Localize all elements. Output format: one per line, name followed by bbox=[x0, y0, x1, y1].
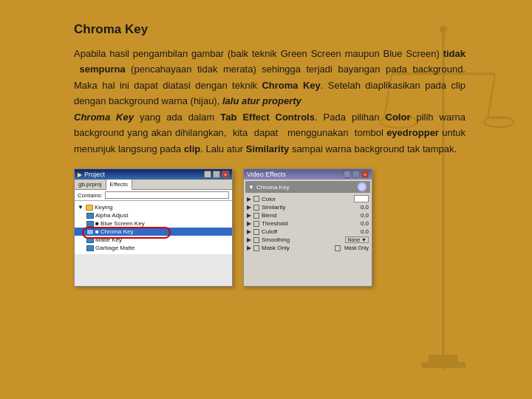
maximize-btn[interactable]: □ bbox=[213, 171, 220, 178]
tab-effects[interactable]: Effects bbox=[106, 180, 132, 190]
chroma-key-ref1: Chroma Key bbox=[262, 80, 320, 91]
effect-icon bbox=[86, 237, 94, 243]
list-item[interactable]: ▼ Keying bbox=[75, 203, 232, 211]
cutoff-value: 0.0 bbox=[348, 228, 369, 235]
vfx-row-cutoff: ▶ Cutoff 0.0 bbox=[245, 228, 370, 236]
row-arrow: ▶ bbox=[247, 220, 251, 227]
list-item[interactable]: Garbage Matte bbox=[75, 244, 232, 252]
effect-icon bbox=[86, 213, 94, 219]
screenshots-row: ▶ Project _ □ × gb.prproj Effects Contai… bbox=[74, 168, 502, 287]
row-arrow: ▶ bbox=[247, 236, 251, 243]
window-controls: _ □ × bbox=[204, 171, 229, 178]
list-item[interactable]: ■ Blue Screen Key bbox=[75, 219, 232, 228]
threshold-value: 0.0 bbox=[348, 220, 369, 227]
tab-project[interactable]: gb.prproj bbox=[75, 180, 106, 189]
row-arrow: ▶ bbox=[247, 204, 251, 211]
similarity-checkbox[interactable] bbox=[253, 205, 259, 211]
mask-only-label: Mask Only bbox=[262, 245, 332, 251]
similarity-ref: Similarity bbox=[246, 143, 290, 154]
keying-label: Keying bbox=[95, 204, 112, 211]
smoothing-label: Smoothing bbox=[262, 236, 343, 243]
color-swatch[interactable] bbox=[354, 195, 369, 202]
cutoff-checkbox[interactable] bbox=[253, 229, 259, 235]
color-ref: Color bbox=[386, 112, 411, 123]
matte-key-label: Matte Key bbox=[95, 236, 122, 243]
expand-icon: ▼ bbox=[78, 204, 83, 211]
mask-only-checkbox[interactable] bbox=[253, 245, 259, 251]
list-item[interactable]: Matte Key bbox=[75, 236, 232, 244]
tidak-sempurna: tidak sempurna bbox=[74, 48, 466, 75]
vfx-content: ▼ Chroma Key ⊙ ▶ Color ▶ Similarity bbox=[244, 180, 372, 253]
search-bar: Contains: bbox=[75, 190, 232, 201]
vfx-row-mask-only: ▶ Mask Only Mask Only bbox=[245, 244, 370, 252]
cutoff-label: Cutoff bbox=[262, 228, 346, 235]
vfx-section-chroma-key: ▼ Chroma Key ⊙ bbox=[245, 181, 370, 193]
similarity-value: 0.0 bbox=[348, 204, 369, 211]
effect-icon bbox=[86, 229, 94, 235]
color-label: Color bbox=[262, 196, 352, 202]
mask-only-value: Mask Only bbox=[344, 245, 369, 250]
threshold-checkbox[interactable] bbox=[253, 221, 259, 227]
vfx-row-threshold: ▶ Threshold 0.0 bbox=[245, 219, 370, 228]
project-icon: ▶ bbox=[78, 171, 82, 178]
vfx-header: Video Effects _ □ × bbox=[244, 169, 372, 180]
project-panel-screenshot: ▶ Project _ □ × gb.prproj Effects Contai… bbox=[74, 168, 233, 287]
similarity-label: Similarity bbox=[262, 204, 346, 211]
section-label: Chroma Key bbox=[256, 184, 289, 191]
blend-checkbox[interactable] bbox=[253, 213, 259, 219]
vfx-row-color: ▶ Color bbox=[245, 194, 370, 203]
close-btn[interactable]: × bbox=[222, 171, 229, 178]
svg-rect-9 bbox=[421, 362, 466, 368]
mask-only-toggle[interactable] bbox=[335, 245, 341, 251]
row-arrow: ▶ bbox=[247, 228, 251, 235]
vfx-maximize[interactable]: □ bbox=[352, 171, 360, 178]
garbage-matte-label: Garbage Matte bbox=[95, 245, 134, 251]
threshold-label: Threshold bbox=[262, 220, 346, 227]
vfx-row-blend: ▶ Blend 0.0 bbox=[245, 211, 370, 219]
project-title: Project bbox=[84, 171, 105, 178]
eyedropper-button[interactable]: ⊙ bbox=[357, 182, 367, 192]
minimize-btn[interactable]: _ bbox=[204, 171, 211, 178]
body-paragraph: Apabila hasil pengambilan gambar (baik t… bbox=[74, 46, 466, 157]
alpha-adjust-label: Alpha Adjust bbox=[95, 212, 128, 219]
screen-text: Screen bbox=[311, 48, 341, 59]
blue-screen-label: ■ Blue Screen Key bbox=[95, 220, 145, 227]
list-item[interactable]: Alpha Adjust bbox=[75, 211, 232, 219]
chroma-key-label: ■ Chroma Key bbox=[95, 228, 134, 235]
vfx-minimize[interactable]: _ bbox=[344, 171, 351, 178]
eyedropper-ref: eyedropper bbox=[386, 127, 439, 138]
smoothing-dropdown[interactable]: None ▼ bbox=[345, 236, 369, 243]
effect-icon bbox=[86, 245, 94, 251]
folder-icon bbox=[86, 205, 93, 211]
blend-label: Blend bbox=[262, 212, 346, 219]
svg-rect-10 bbox=[429, 355, 458, 364]
row-arrow: ▶ bbox=[247, 196, 251, 202]
search-input[interactable] bbox=[105, 191, 229, 199]
panel-tabs: gb.prproj Effects bbox=[75, 180, 232, 190]
row-arrow: ▶ bbox=[247, 212, 251, 219]
row-arrow: ▶ bbox=[247, 245, 251, 251]
tree-container: ▼ Keying Alpha Adjust ■ Blue Screen Key bbox=[75, 201, 232, 254]
main-content: Chroma Key Apabila hasil pengambilan gam… bbox=[0, 0, 532, 301]
titlebar-left: ▶ Project bbox=[78, 171, 105, 178]
vfx-close[interactable]: × bbox=[361, 171, 369, 178]
vfx-controls: _ □ × bbox=[344, 171, 369, 178]
smoothing-checkbox[interactable] bbox=[253, 237, 259, 243]
vfx-row-smoothing: ▶ Smoothing None ▼ bbox=[245, 236, 370, 244]
vfx-row-similarity: ▶ Similarity 0.0 bbox=[245, 203, 370, 211]
tab-effect-controls: Tab Effect Controls bbox=[220, 112, 315, 123]
effect-icon bbox=[86, 221, 94, 227]
video-effects-screenshot: Video Effects _ □ × ▼ Chroma Key ⊙ bbox=[243, 168, 372, 287]
page-title: Chroma Key bbox=[74, 22, 502, 37]
clip-ref: clip bbox=[184, 143, 200, 154]
section-arrow: ▼ bbox=[248, 184, 254, 191]
blend-value: 0.0 bbox=[348, 212, 369, 219]
project-titlebar: ▶ Project _ □ × bbox=[75, 169, 232, 180]
search-label: Contains: bbox=[78, 192, 103, 199]
list-item[interactable]: ■ Chroma Key bbox=[75, 228, 232, 236]
color-checkbox[interactable] bbox=[253, 196, 259, 202]
vfx-title: Video Effects bbox=[247, 171, 286, 178]
